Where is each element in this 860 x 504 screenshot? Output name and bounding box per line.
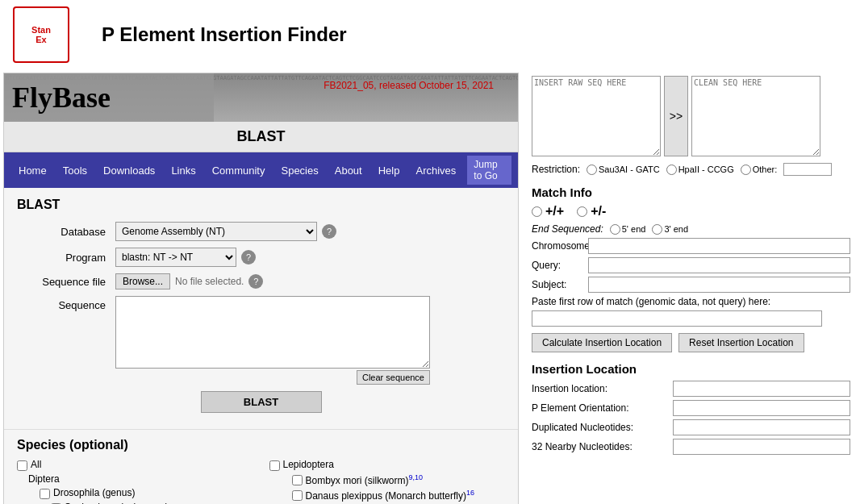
polarity-plus-plus[interactable]: +/+: [532, 204, 564, 219]
p-element-input[interactable]: [673, 400, 850, 416]
danaus-label: Danaus plexippus (Monarch butterfly)16: [306, 489, 474, 502]
logo-area: Stan Ex: [13, 6, 69, 63]
hpaii-radio[interactable]: [666, 165, 677, 175]
five-prime-option[interactable]: 5' end: [610, 224, 646, 235]
clean-seq-textarea[interactable]: [691, 76, 820, 156]
right-panel: >> Restriction: Sau3AI - GATC HpaII - CC…: [522, 69, 860, 504]
nav-bar: Home Tools Downloads Links Community Spe…: [4, 152, 518, 188]
nav-tools[interactable]: Tools: [55, 161, 95, 180]
other-option[interactable]: Other:: [741, 165, 778, 175]
raw-seq-textarea[interactable]: [532, 76, 661, 156]
reset-button[interactable]: Reset Insertion Location: [678, 333, 804, 352]
other-restriction-input[interactable]: [783, 163, 832, 176]
nav-about[interactable]: About: [327, 161, 370, 180]
nearby-nuc-row: 32 Nearby Nucleotides:: [532, 439, 850, 455]
species-section: Species (optional) All Diptera Drosophil…: [4, 429, 518, 504]
dup-nuc-row: Duplicated Nucleotides:: [532, 419, 850, 435]
species-bombyx: Bombyx mori (silkworm)9,10: [292, 473, 506, 486]
polarity-plus-plus-radio[interactable]: [532, 206, 542, 217]
p-element-row: P Element Orientation:: [532, 400, 850, 416]
species-diptera: Diptera: [28, 473, 253, 485]
dup-nuc-input[interactable]: [673, 419, 850, 435]
chromosome-input[interactable]: [588, 238, 850, 254]
five-prime-radio[interactable]: [610, 224, 620, 235]
three-prime-option[interactable]: 3' end: [652, 224, 688, 235]
species-drosophila-genus: Drosophila (genus): [40, 487, 253, 499]
seq-inputs: >>: [532, 76, 850, 156]
action-buttons: Calculate Insertion Location Reset Inser…: [532, 333, 850, 352]
blast-title: BLAST: [17, 198, 505, 212]
blast-button[interactable]: BLAST: [201, 391, 322, 413]
query-row: Query:: [532, 257, 850, 273]
sequence-row: Sequence Clear sequence: [17, 296, 505, 385]
subject-row: Subject:: [532, 277, 850, 293]
sau3a1-option[interactable]: Sau3AI - GATC: [587, 165, 660, 175]
query-label: Query:: [532, 260, 588, 271]
polarity-plus-minus[interactable]: +/-: [577, 204, 606, 219]
polarity-plus-minus-radio[interactable]: [577, 206, 587, 217]
chromosome-row: Chromosome:: [532, 238, 850, 254]
query-input[interactable]: [588, 257, 850, 273]
flybase-logo-text: FlyBase: [12, 81, 111, 115]
end-seq-row: End Sequenced: 5' end 3' end: [532, 223, 850, 235]
seq-arrow-button[interactable]: >>: [664, 76, 688, 156]
left-panel: GTCGGCAATCCGTAAGATAGCCAAATATTATTATGTTCAG…: [3, 73, 519, 504]
lepidoptera-checkbox[interactable]: [269, 460, 280, 471]
subject-input[interactable]: [588, 277, 850, 293]
flybase-release: FB2021_05, released October 15, 2021: [324, 80, 494, 91]
other-radio[interactable]: [741, 165, 751, 175]
hpaii-option[interactable]: HpaII - CCGG: [666, 165, 734, 175]
drosophila-genus-label: Drosophila (genus): [53, 487, 135, 498]
nav-links[interactable]: Links: [163, 161, 203, 180]
three-prime-radio[interactable]: [652, 224, 662, 235]
nearby-nuc-label: 32 Nearby Nucleotides:: [532, 441, 673, 452]
insertion-location-row: Insertion location:: [532, 381, 850, 397]
program-select[interactable]: blastn: NT -> NT: [115, 248, 236, 267]
program-row: Program blastn: NT -> NT ?: [17, 248, 505, 267]
match-polarity: +/+ +/-: [532, 204, 850, 219]
bombyx-checkbox[interactable]: [292, 475, 303, 485]
blast-form: BLAST Database Genome Assembly (NT) ? Pr…: [4, 188, 518, 429]
sau3a1-radio[interactable]: [587, 165, 597, 175]
nearby-nuc-input[interactable]: [673, 439, 850, 455]
species-grid: All Diptera Drosophila (genus) Sophophor…: [17, 459, 505, 504]
logo-bottom-text: Ex: [35, 35, 46, 44]
drosophila-genus-checkbox[interactable]: [40, 489, 50, 499]
page-header: Stan Ex P Element Insertion Finder: [0, 0, 860, 69]
sequence-label: Sequence: [17, 299, 106, 311]
no-file-text: No file selected.: [175, 276, 244, 287]
nav-archives[interactable]: Archives: [407, 161, 464, 180]
end-seq-label: End Sequenced:: [532, 223, 603, 235]
seq-file-help-icon[interactable]: ?: [248, 274, 263, 289]
subject-label: Subject:: [532, 279, 588, 290]
database-row: Database Genome Assembly (NT) ?: [17, 222, 505, 241]
insertion-location-input[interactable]: [673, 381, 850, 397]
calculate-button[interactable]: Calculate Insertion Location: [532, 333, 672, 352]
sequence-file-row: Sequence file Browse... No file selected…: [17, 273, 505, 289]
sequence-file-label: Sequence file: [17, 276, 106, 288]
sequence-input-area: Clear sequence: [115, 296, 430, 385]
nav-species[interactable]: Species: [273, 161, 326, 180]
nav-help[interactable]: Help: [370, 161, 408, 180]
nav-home[interactable]: Home: [10, 161, 55, 180]
match-info-title: Match Info: [532, 185, 850, 199]
browse-button[interactable]: Browse...: [115, 273, 170, 289]
flybase-logo: FlyBase: [4, 73, 214, 122]
flybase-section-title: BLAST: [4, 122, 518, 152]
clear-sequence-button[interactable]: Clear sequence: [357, 370, 430, 385]
insertion-location-label: Insertion location:: [532, 383, 673, 394]
database-select[interactable]: Genome Assembly (NT): [115, 222, 317, 241]
lepidoptera-label: Lepidoptera: [283, 459, 334, 470]
program-help-icon[interactable]: ?: [241, 250, 256, 264]
species-lepidoptera-header: Lepidoptera: [269, 459, 506, 471]
nav-community[interactable]: Community: [204, 161, 273, 180]
nav-downloads[interactable]: Downloads: [95, 161, 163, 180]
danaus-checkbox[interactable]: [292, 490, 303, 501]
insertion-title: Insertion Location: [532, 362, 850, 376]
nav-jump[interactable]: Jump to Go: [467, 156, 511, 185]
sequence-textarea[interactable]: [115, 296, 430, 369]
logo-box: Stan Ex: [13, 6, 69, 63]
paste-match-input[interactable]: [532, 310, 822, 327]
database-help-icon[interactable]: ?: [322, 224, 336, 239]
species-all-checkbox[interactable]: [17, 460, 27, 471]
